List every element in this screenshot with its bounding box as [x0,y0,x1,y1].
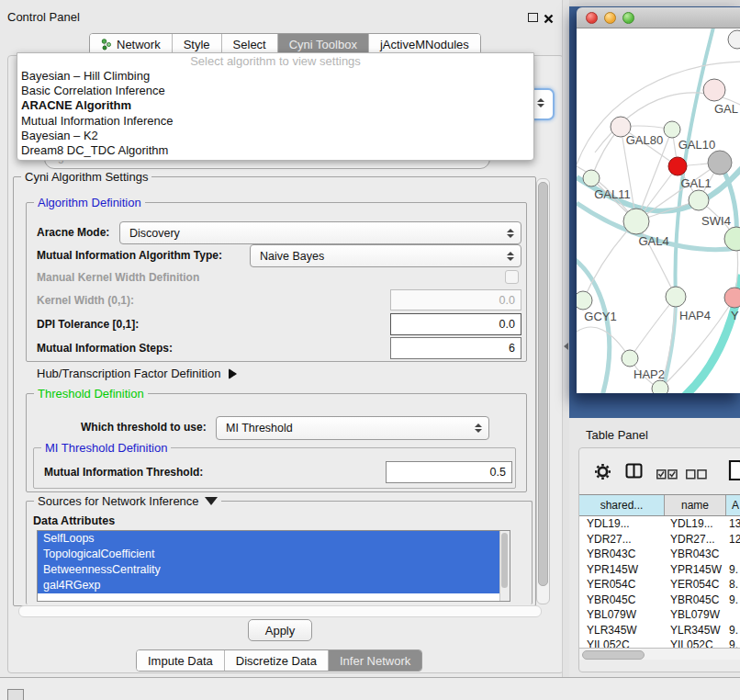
column-label: A [732,499,739,512]
settings-scrollbar[interactable] [536,178,550,604]
mi-threshold-label: Mutual Information Threshold: [44,466,203,479]
table-row[interactable]: YBL079W YBL079W [579,607,740,623]
node-label: GAL [714,102,738,116]
scrollbar-thumb[interactable] [501,533,508,588]
deselect-checkboxes-icon[interactable] [686,467,707,483]
list-scrollbar[interactable] [499,531,510,601]
node[interactable] [652,380,668,393]
new-table-icon[interactable] [728,459,740,485]
attribute-item[interactable]: BetweennessCentrality [38,562,500,578]
mi-steps-field[interactable]: 6 [390,337,521,359]
mi-algorithm-type-combo[interactable]: Naive Bayes [250,244,521,267]
columns-icon[interactable] [625,463,643,482]
tab-jactivemnodules[interactable]: jActiveMNodules [369,34,480,54]
manual-kernel-checkbox[interactable] [505,270,519,284]
table-row[interactable]: YBR045C YBR045C 9. [579,593,740,608]
tab-cyni-toolbox[interactable]: Cyni Toolbox [278,34,369,54]
minimize-traffic-light[interactable] [604,12,616,24]
table-row[interactable]: YIL052C YIL052C 9. [579,638,740,648]
table-hscrollbar[interactable] [579,648,740,660]
node-hap4[interactable] [666,287,686,307]
dropdown-item[interactable]: Bayesian – K2 [17,129,533,143]
tab-impute-data[interactable]: Impute Data [137,650,225,671]
combo-arrows-icon [534,98,547,107]
node-gal[interactable] [703,79,725,101]
tab-select[interactable]: Select [222,34,278,54]
node-label: HAP2 [633,367,665,381]
node-gcy1[interactable] [577,291,592,310]
node-label: GAL10 [678,138,715,152]
column-header-partial[interactable]: A [726,495,740,515]
node-label: GAL80 [626,133,663,147]
hub-definition-toggle[interactable]: Hub/Transcription Factor Definition [37,367,237,380]
dropdown-prompt: Select algorithm to view settings [17,53,533,69]
cell-shared: YDR27... [579,533,664,546]
dropdown-item-selected[interactable]: ARACNE Algorithm [17,98,533,113]
which-threshold-label: Which threshold to use: [81,421,207,434]
bottom-left-button[interactable] [7,689,24,700]
node-gal11[interactable] [583,170,600,186]
group-title: Algorithm Definition [34,196,145,209]
mi-threshold-field[interactable]: 0.5 [386,461,512,483]
node-label: GAL11 [594,187,631,201]
cell-name: YIL052C [664,638,724,648]
node-y[interactable] [724,288,740,308]
network-canvas[interactable]: GAL GAL80 GAL10 GAL1 GAL11 SWI4 GAL4 GCY… [577,28,740,393]
dropdown-item[interactable]: Mutual Information Inference [17,114,533,129]
node[interactable] [728,30,740,49]
divider-collapse-icon[interactable] [564,343,568,350]
table-row[interactable]: YDR27... YDR27... 12 [579,532,740,548]
cell-shared: YDL19... [579,517,664,530]
table-header: shared... name A [579,494,740,516]
column-header-name[interactable]: name [665,495,726,515]
apply-button[interactable]: Apply [248,619,312,641]
close-icon[interactable] [544,11,554,28]
network-window[interactable]: GAL GAL80 GAL10 GAL1 GAL11 SWI4 GAL4 GCY… [577,7,740,393]
node-gal1[interactable] [689,190,709,210]
table-row[interactable]: YPR145W YPR145W 9. [579,562,740,578]
attribute-item[interactable]: TopologicalCoefficient [38,547,500,562]
tab-infer-network[interactable]: Infer Network [329,650,421,671]
table-row[interactable]: YER054C YER054C 8. [579,577,740,593]
dpi-tolerance-field[interactable]: 0.0 [390,313,521,335]
node-gray[interactable] [708,151,732,175]
network-window-titlebar[interactable] [577,7,740,28]
table-rows[interactable]: YDL19... YDL19... 13 YDR27... YDR27... 1… [579,516,740,648]
table-row[interactable]: YDL19... YDL19... 13 [579,516,740,532]
attribute-item[interactable]: SelfLoops [38,531,500,547]
combo-value: Naive Bayes [251,250,504,263]
which-threshold-combo[interactable]: MI Threshold [216,416,489,440]
float-window-icon[interactable] [528,13,538,22]
dropdown-item[interactable]: Dream8 DC_TDC Algorithm [17,143,533,158]
column-header-shared[interactable]: shared... [579,495,665,515]
gear-icon[interactable] [594,463,611,484]
data-attributes-list[interactable]: SelfLoops TopologicalCoefficient Between… [37,530,510,602]
node-gal4[interactable] [623,209,649,234]
aracne-mode-label: Aracne Mode: [37,226,109,239]
scrollbar-thumb[interactable] [538,182,548,586]
dropdown-item[interactable]: Bayesian – Hill Climbing [17,69,533,84]
node-gal10[interactable] [664,121,680,138]
tab-discretize-data[interactable]: Discretize Data [225,650,329,671]
dropdown-item[interactable]: Basic Correlation Inference [17,84,533,98]
node-red[interactable] [668,157,687,175]
field-value: 0.0 [499,294,521,307]
tab-network[interactable]: Network [90,34,173,54]
cell-value: 13 [724,517,740,530]
table-row[interactable]: YBR043C YBR043C [579,547,740,562]
group-title: MI Threshold Definition [41,441,171,455]
node-hap2[interactable] [622,350,638,367]
close-traffic-light[interactable] [586,12,598,24]
select-all-checkboxes-icon[interactable] [656,467,678,483]
tab-style[interactable]: Style [173,34,222,54]
table-row[interactable]: YLR345W YLR345W 9. [579,623,740,638]
scrollbar-thumb[interactable] [582,650,645,660]
aracne-mode-combo[interactable]: Discovery [119,221,521,244]
kernel-width-field[interactable]: 0.0 [390,289,521,310]
list-hscrollbar[interactable] [18,605,542,617]
sources-toggle[interactable]: Sources for Network Inference [34,494,221,508]
zoom-traffic-light[interactable] [622,12,634,24]
tab-label: jActiveMNodules [380,38,469,51]
attribute-item[interactable]: gal4RGexp [38,578,500,593]
cell-value: 9. [724,638,740,648]
